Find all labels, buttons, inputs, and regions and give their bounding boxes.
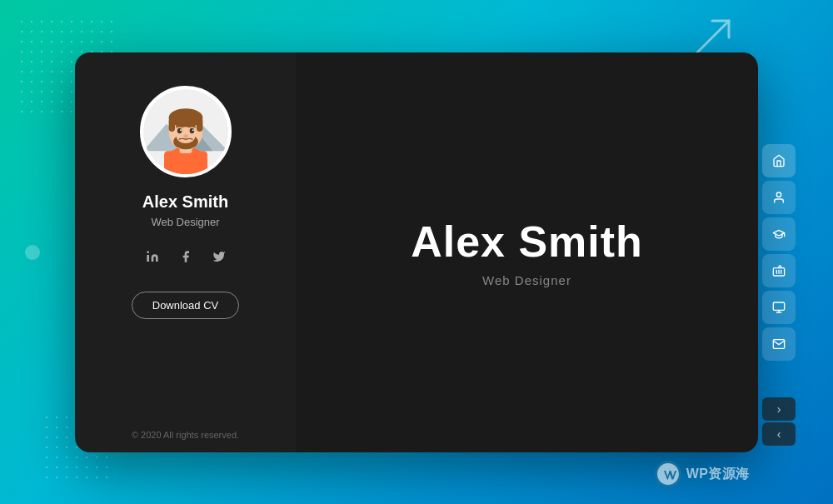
- sidebar: Alex Smith Web Designer: [75, 52, 296, 452]
- svg-rect-12: [164, 151, 207, 174]
- svg-point-20: [177, 127, 182, 132]
- avatar: [140, 86, 232, 177]
- twitter-icon[interactable]: [207, 245, 231, 268]
- watermark: WP资源海: [655, 461, 750, 487]
- svg-point-23: [192, 129, 193, 131]
- svg-point-22: [180, 129, 182, 131]
- main-content: Alex Smith Web Designer: [296, 52, 758, 452]
- svg-rect-25: [147, 255, 149, 262]
- svg-line-0: [696, 21, 729, 54]
- nav-about[interactable]: [762, 181, 796, 214]
- svg-point-24: [183, 134, 188, 138]
- facebook-icon[interactable]: [174, 245, 197, 268]
- svg-rect-32: [773, 302, 784, 310]
- sidebar-title: Web Designer: [151, 216, 219, 228]
- nav-arrows: › ‹: [762, 397, 796, 446]
- svg-point-21: [189, 127, 194, 132]
- main-card: Alex Smith Web Designer: [75, 52, 758, 452]
- svg-rect-16: [168, 117, 174, 132]
- sidebar-name: Alex Smith: [142, 192, 228, 212]
- watermark-text: WP资源海: [686, 466, 750, 483]
- bg-circle-decoration: [25, 245, 40, 260]
- main-heading-name: Alex Smith: [411, 217, 643, 267]
- download-cv-button[interactable]: Download CV: [132, 292, 240, 319]
- nav-home[interactable]: [762, 144, 796, 177]
- social-icons: [141, 245, 231, 268]
- nav-prev-arrow[interactable]: ‹: [762, 422, 796, 446]
- nav-portfolio[interactable]: [762, 254, 796, 287]
- sidebar-footer: © 2020 All rights reserved.: [132, 430, 239, 440]
- nav-blog[interactable]: [762, 291, 796, 324]
- linkedin-icon[interactable]: [141, 245, 164, 268]
- nav-contact[interactable]: [762, 327, 796, 361]
- nav-next-arrow[interactable]: ›: [762, 397, 796, 421]
- svg-point-6: [597, 460, 602, 465]
- nav-education[interactable]: [762, 217, 796, 251]
- svg-point-26: [147, 251, 149, 253]
- svg-point-5: [306, 452, 311, 457]
- svg-point-27: [776, 192, 781, 197]
- main-heading-title: Web Designer: [482, 273, 571, 287]
- right-nav: [762, 144, 796, 361]
- svg-point-3: [97, 452, 102, 457]
- svg-rect-17: [196, 117, 202, 132]
